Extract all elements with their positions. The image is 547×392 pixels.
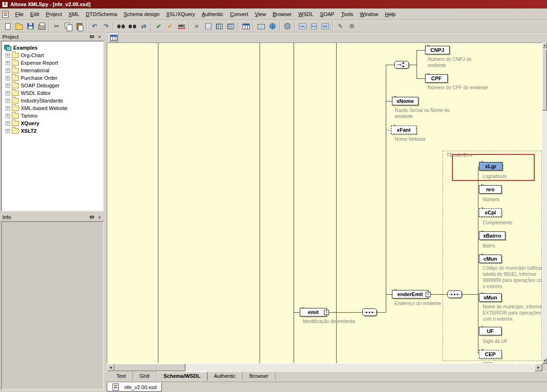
schema-element-cmun[interactable]: cMun [479, 255, 502, 263]
document-icon[interactable] [2, 11, 9, 18]
scroll-up-icon[interactable]: ▲ [542, 43, 547, 48]
menu-project[interactable]: Project [43, 10, 65, 18]
view-tab-schema-wsdl[interactable]: Schema/WSDL [156, 372, 208, 381]
tree-item-purchase-order[interactable]: +Purchase Order [2, 74, 103, 82]
scroll-left-icon[interactable]: ◀ [107, 364, 114, 371]
tree-root-examples[interactable]: Examples [2, 44, 103, 51]
replace-icon[interactable]: ⇄ [138, 21, 149, 32]
tree-item-xml-based-website[interactable]: +XML-based Website [2, 104, 103, 112]
tree-item-international[interactable]: +International [2, 67, 103, 74]
new-document-icon[interactable] [2, 21, 13, 32]
pin-icon[interactable] [88, 214, 95, 221]
check-well-formed-icon[interactable]: ✔ [153, 21, 165, 32]
schema-element-cnpj[interactable]: CNPJ [425, 46, 450, 54]
schema-element-xnome[interactable]: xNome [392, 97, 418, 105]
close-icon[interactable]: × [96, 34, 103, 40]
view-tab-authentic[interactable]: Authentic [208, 372, 243, 380]
menu-xml[interactable]: XML [65, 10, 83, 18]
menu-convert[interactable]: Convert [227, 10, 252, 18]
database-query-icon[interactable] [282, 21, 293, 32]
menu-dtd-schema[interactable]: DTD/Schema [83, 10, 121, 18]
schema-diagram-canvas[interactable]: TEnderEmiCNPJNúmero do CNPJ do emitenteC… [107, 43, 542, 364]
vertical-scrollbar[interactable]: ▲ ▼ [542, 43, 547, 364]
redo-icon[interactable]: ↷ [100, 21, 112, 32]
menu-xsl-xquery[interactable]: XSL/XQuery [163, 10, 198, 18]
save-file-icon[interactable] [25, 21, 36, 32]
validate-icon[interactable]: ✔ [165, 21, 176, 32]
expand-plus-icon[interactable]: + [6, 68, 10, 73]
menu-soap[interactable]: SOAP [317, 10, 338, 18]
find-icon[interactable] [115, 21, 127, 32]
text-view-icon[interactable] [202, 21, 214, 32]
expand-plus-icon[interactable]: + [6, 84, 10, 88]
menu-window[interactable]: Window [356, 10, 382, 18]
menu-file[interactable]: File [12, 10, 27, 18]
schema-element-xbairro[interactable]: xBairro [479, 231, 505, 240]
view-tab-grid[interactable]: Grid [133, 372, 156, 380]
tree-item-org-chart[interactable]: +Org-Chart [2, 51, 103, 59]
schema-element-uf[interactable]: UF [479, 327, 502, 335]
schema-display-configuration-icon[interactable] [109, 34, 118, 42]
undo-icon[interactable]: ↶ [89, 21, 100, 32]
tree-item-wsdl-editor[interactable]: +WSDL Editor [2, 89, 103, 97]
scrollbar-thumb[interactable] [114, 364, 185, 371]
expand-plus-icon[interactable]: + [6, 53, 10, 58]
pin-icon[interactable] [88, 34, 95, 40]
menu-view[interactable]: View [252, 10, 269, 18]
expand-plus-icon[interactable]: + [6, 121, 10, 126]
expand-children-icon[interactable]: + [425, 292, 431, 297]
schema-element-cep[interactable]: CEP [479, 350, 502, 358]
element-properties-icon[interactable]: ✎ [335, 21, 346, 32]
menu-edit[interactable]: Edit [27, 10, 43, 18]
scroll-down-icon[interactable]: ▼ [542, 358, 547, 364]
sequence-compositor-icon[interactable] [362, 308, 377, 316]
sequence-compositor-icon[interactable] [447, 290, 462, 298]
spelling-icon[interactable]: ABC [176, 21, 187, 32]
menu-wsdl[interactable]: WSDL [295, 10, 317, 18]
schema-element-cpf[interactable]: CPF [425, 74, 448, 83]
schema-element-emit[interactable]: emit+ [300, 308, 327, 316]
expand-plus-icon[interactable]: + [6, 61, 10, 65]
tree-item-soap-debugger[interactable]: +SOAP Debugger [2, 82, 103, 89]
options-icon[interactable]: ⚙ [346, 21, 357, 32]
find-next-icon[interactable] [127, 21, 138, 32]
scroll-right-icon[interactable]: ▶ [535, 364, 542, 371]
copy-icon[interactable] [62, 21, 74, 32]
choice-compositor-icon[interactable] [394, 61, 409, 68]
tree-item-industrystandards[interactable]: +IndustryStandards [2, 97, 103, 104]
menu-schema-design[interactable]: Schema design [121, 10, 163, 18]
open-file-icon[interactable] [13, 21, 25, 32]
document-tab-nfe-v2-00-xsd[interactable]: nfe_v2.00.xsd [107, 383, 162, 392]
schema-element-xmun[interactable]: xMun [479, 293, 502, 302]
xsl-fo-transform-icon[interactable]: FO [308, 21, 320, 32]
menu-help[interactable]: Help [382, 10, 399, 18]
close-icon[interactable]: × [96, 214, 103, 221]
expand-plus-icon[interactable]: + [6, 76, 10, 80]
enhanced-grid-icon[interactable] [225, 21, 236, 32]
assign-xsl-icon[interactable]: XSL [320, 21, 331, 32]
print-icon[interactable] [36, 21, 47, 32]
schema-element-enderemit[interactable]: enderEmit+ [392, 290, 428, 298]
paste-icon[interactable] [74, 21, 85, 32]
expand-plus-icon[interactable]: + [6, 99, 10, 103]
grid-view-icon[interactable] [214, 21, 225, 32]
pretty-print-icon[interactable]: ≡ [191, 21, 202, 32]
tree-item-xquery[interactable]: +XQuery [2, 119, 103, 127]
menu-browser[interactable]: Browser [269, 10, 295, 18]
cut-icon[interactable]: ✂ [51, 21, 62, 32]
xsl-transform-icon[interactable]: XSL [297, 21, 308, 32]
title-bar[interactable]: X Altova XMLSpy - [nfe_v2.00.xsd] [0, 0, 547, 9]
expand-plus-icon[interactable]: + [6, 114, 10, 118]
expand-children-icon[interactable]: + [324, 310, 329, 315]
schema-element-nro[interactable]: nro [479, 185, 502, 194]
authentic-view-icon[interactable] [255, 21, 267, 32]
expand-plus-icon[interactable]: + [6, 129, 10, 133]
menu-authentic[interactable]: Authentic [199, 10, 227, 18]
tree-item-xslt2[interactable]: +XSLT2 [2, 127, 103, 135]
browser-view-icon[interactable] [267, 21, 278, 32]
tree-item-expense-report[interactable]: +Expense Report [2, 59, 103, 67]
tree-item-tamino[interactable]: +Tamino [2, 112, 103, 119]
schema-element-xfant[interactable]: xFant [391, 126, 417, 134]
schema-design-view-icon[interactable] [240, 21, 252, 32]
horizontal-scrollbar[interactable]: ◀ ▶ [107, 364, 542, 371]
